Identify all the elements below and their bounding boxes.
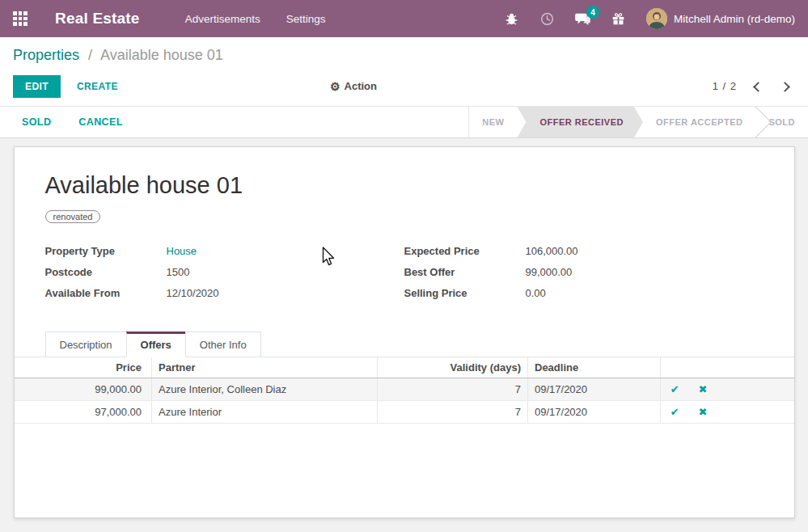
form-sheet: Available house 01 renovated Property Ty… <box>14 146 795 518</box>
action-menu-label: Action <box>345 80 377 92</box>
status-step-offer-received[interactable]: OFFER RECEIVED <box>517 107 643 137</box>
activities-clock-icon[interactable] <box>539 11 556 27</box>
edit-button[interactable]: EDIT <box>13 75 61 98</box>
status-pipeline: NEW OFFER RECEIVED OFFER ACCEPTED SOLD <box>468 107 808 137</box>
form-content-area: Available house 01 renovated Property Ty… <box>0 138 808 532</box>
field-label-best-offer: Best Offer <box>404 266 526 278</box>
field-label-property-type: Property Type <box>45 245 167 257</box>
field-value-postcode: 1500 <box>167 266 190 278</box>
breadcrumb-current: Available house 01 <box>100 47 223 63</box>
tab-other-info[interactable]: Other Info <box>185 331 261 357</box>
offer-row-1[interactable]: 99,000.00 Azure Interior, Colleen Diaz 7… <box>15 378 794 401</box>
accept-offer-icon[interactable]: ✔ <box>661 378 689 401</box>
offers-header-row: Price Partner Validity (days) Deadline <box>15 357 794 378</box>
column-header-accept <box>661 357 689 378</box>
gift-icon[interactable] <box>611 11 627 27</box>
sold-button[interactable]: SOLD <box>22 116 51 128</box>
record-title: Available house 01 <box>45 172 764 199</box>
breadcrumb: Properties / Available house 01 <box>13 47 795 64</box>
control-panel: Properties / Available house 01 EDIT CRE… <box>0 37 808 106</box>
field-value-expected-price: 106,000.00 <box>526 245 578 257</box>
messages-chat-icon[interactable]: 4 <box>575 11 591 27</box>
tab-offers[interactable]: Offers <box>126 331 186 357</box>
refuse-offer-icon[interactable]: ✖ <box>689 378 717 401</box>
field-value-selling-price: 0.00 <box>526 287 546 299</box>
messages-count-badge: 4 <box>586 6 599 19</box>
offer-partner: Azure Interior, Colleen Diaz <box>152 378 378 401</box>
breadcrumb-parent[interactable]: Properties <box>13 47 79 63</box>
menu-settings[interactable]: Settings <box>286 13 326 25</box>
offer-partner: Azure Interior <box>152 401 378 424</box>
tab-description[interactable]: Description <box>45 331 127 357</box>
app-title[interactable]: Real Estate <box>55 10 140 27</box>
status-step-new[interactable]: NEW <box>469 107 517 137</box>
field-label-available-from: Available From <box>45 287 167 299</box>
apps-menu-icon[interactable] <box>13 11 27 26</box>
cancel-button[interactable]: CANCEL <box>78 116 122 128</box>
offers-table: Price Partner Validity (days) Deadline 9… <box>15 357 794 424</box>
column-header-partner[interactable]: Partner <box>152 357 378 378</box>
menu-advertisements[interactable]: Advertisements <box>185 13 260 25</box>
top-navbar: Real Estate Advertisements Settings 4 Mi… <box>0 0 808 37</box>
create-button[interactable]: CREATE <box>66 75 129 98</box>
user-avatar <box>646 8 667 29</box>
pager-previous-button[interactable] <box>748 78 766 95</box>
column-header-refuse <box>689 357 717 378</box>
field-value-available-from: 12/10/2020 <box>167 287 219 299</box>
field-value-best-offer: 99,000.00 <box>526 266 573 278</box>
user-name: Mitchell Admin (rd-demo) <box>674 13 795 25</box>
offer-row-2[interactable]: 97,000.00 Azure Interior 7 09/17/2020 ✔ … <box>15 401 794 424</box>
breadcrumb-separator: / <box>88 47 92 63</box>
offer-price: 97,000.00 <box>15 401 152 424</box>
pager-next-button[interactable] <box>777 78 795 95</box>
action-menu-button[interactable]: ⚙ Action <box>330 80 377 93</box>
field-group: Property Type House Postcode 1500 Availa… <box>45 245 764 308</box>
pager-count: 1 / 2 <box>713 80 737 92</box>
offer-validity: 7 <box>378 378 528 401</box>
notebook-tabs: Description Offers Other Info <box>15 331 794 357</box>
offer-deadline: 09/17/2020 <box>528 401 661 424</box>
offer-price: 99,000.00 <box>15 378 152 401</box>
field-label-postcode: Postcode <box>45 266 167 278</box>
tag-renovated[interactable]: renovated <box>45 210 101 223</box>
field-label-expected-price: Expected Price <box>404 245 526 257</box>
gear-icon: ⚙ <box>330 80 341 93</box>
column-header-price[interactable]: Price <box>15 357 152 378</box>
offer-deadline: 09/17/2020 <box>528 378 661 401</box>
accept-offer-icon[interactable]: ✔ <box>661 401 689 424</box>
refuse-offer-icon[interactable]: ✖ <box>689 401 717 424</box>
offer-validity: 7 <box>378 401 528 424</box>
field-label-selling-price: Selling Price <box>404 287 526 299</box>
statusbar: SOLD CANCEL NEW OFFER RECEIVED OFFER ACC… <box>0 106 808 138</box>
column-header-validity[interactable]: Validity (days) <box>378 357 528 378</box>
column-header-filler <box>717 357 794 378</box>
user-menu[interactable]: Mitchell Admin (rd-demo) <box>646 8 795 29</box>
debug-bug-icon[interactable] <box>504 11 520 27</box>
column-header-deadline[interactable]: Deadline <box>528 357 661 378</box>
field-value-property-type[interactable]: House <box>167 245 197 257</box>
